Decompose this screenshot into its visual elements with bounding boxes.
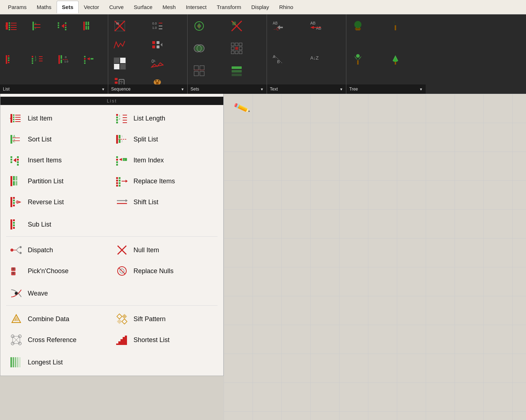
shift-list-menu-item[interactable]: Shift List bbox=[112, 192, 218, 213]
svg-rect-248 bbox=[19, 357, 21, 367]
svg-rect-178 bbox=[16, 176, 17, 180]
svg-rect-99 bbox=[235, 51, 238, 54]
partition-list-btn[interactable] bbox=[80, 17, 98, 35]
menu-display[interactable]: Display bbox=[246, 1, 274, 13]
menu-curve[interactable]: Curve bbox=[104, 1, 129, 13]
insert-items-btn[interactable] bbox=[55, 17, 72, 35]
svg-rect-53 bbox=[91, 58, 93, 60]
tree-stump-btn[interactable] bbox=[349, 17, 367, 35]
combine-data-label: Combine Data bbox=[28, 315, 69, 323]
cross-reference-menu-item[interactable]: Cross Reference bbox=[6, 329, 112, 350]
list-length-menu-item[interactable]: 12 List Length bbox=[112, 108, 218, 129]
menu-transform[interactable]: Transform bbox=[212, 1, 246, 13]
menu-vector[interactable]: Vector bbox=[79, 1, 104, 13]
pick-choose-menu-item[interactable]: Pick'n'Choose bbox=[6, 261, 112, 281]
svg-rect-43 bbox=[61, 55, 62, 59]
svg-rect-121 bbox=[355, 28, 361, 30]
sort-list-btn[interactable]: AZ bbox=[29, 17, 46, 35]
text-concat-btn[interactable]: AB→C bbox=[270, 17, 287, 35]
sub-list-menu-item[interactable]: Sub List bbox=[6, 214, 112, 235]
svg-text:2: 2 bbox=[121, 140, 123, 143]
svg-point-217 bbox=[12, 272, 14, 274]
svg-rect-57 bbox=[116, 22, 119, 25]
svg-rect-48 bbox=[84, 56, 86, 57]
text-tag-btn[interactable]: AB bbox=[270, 51, 287, 68]
partition-list-menu-item[interactable]: Partition List bbox=[6, 171, 112, 192]
insert-items-menu-item[interactable]: Insert Items bbox=[6, 150, 112, 171]
seq-check-btn[interactable] bbox=[111, 55, 128, 72]
svg-rect-108 bbox=[232, 74, 242, 76]
menu-sets[interactable]: Sets bbox=[57, 1, 79, 13]
list-length-btn[interactable]: 12 bbox=[29, 51, 46, 68]
svg-rect-241 bbox=[120, 339, 123, 345]
text-sort-btn[interactable]: ABAB bbox=[307, 17, 325, 35]
menu-intersect[interactable]: Intersect bbox=[181, 1, 212, 13]
tree-sapling1-btn[interactable] bbox=[349, 51, 367, 68]
menu-params[interactable]: Params bbox=[3, 1, 32, 13]
svg-rect-103 bbox=[194, 71, 198, 76]
svg-rect-89 bbox=[232, 22, 236, 25]
split-list-btn[interactable]: 01.0 bbox=[55, 51, 72, 68]
svg-rect-141 bbox=[116, 119, 118, 121]
sequence-section-label[interactable]: Sequence ▼ bbox=[108, 84, 187, 94]
seq-cross-btn[interactable] bbox=[111, 17, 128, 35]
sets-section-label[interactable]: Sets ▼ bbox=[188, 84, 267, 94]
longest-list-menu-item[interactable]: Longest List bbox=[6, 352, 112, 373]
list-item-menu-item[interactable]: List Item bbox=[6, 108, 112, 129]
tree-label: Tree bbox=[349, 87, 358, 92]
longest-list-label: Longest List bbox=[28, 359, 63, 366]
menu-mesh[interactable]: Mesh bbox=[157, 1, 181, 13]
sets-member-btn[interactable]: ∈ bbox=[190, 17, 208, 35]
list-item-btn[interactable] bbox=[3, 17, 20, 35]
svg-rect-72 bbox=[120, 64, 126, 69]
dispatch-menu-item[interactable]: Dispatch bbox=[6, 240, 112, 261]
seq-range-btn[interactable]: 0.01.0 bbox=[149, 17, 166, 35]
sift-pattern-menu-item[interactable]: Sift Pattern bbox=[112, 309, 218, 329]
weave-menu-item[interactable]: Weave bbox=[6, 283, 112, 304]
seq-num-btn[interactable]: 0¹ bbox=[149, 55, 166, 72]
svg-rect-31 bbox=[8, 60, 9, 61]
divider-1 bbox=[6, 236, 218, 237]
menu-maths[interactable]: Maths bbox=[32, 1, 57, 13]
sets-grid2-btn[interactable] bbox=[190, 62, 208, 79]
reverse-list-menu-item[interactable]: Reverse List bbox=[6, 192, 112, 213]
replace-items-menu-item[interactable]: Replace Items bbox=[112, 171, 218, 192]
svg-rect-175 bbox=[10, 176, 12, 186]
sets-cross-btn[interactable] bbox=[228, 17, 245, 35]
text-label: Text bbox=[270, 87, 278, 92]
sets-list-btn[interactable] bbox=[228, 62, 245, 79]
svg-text:2: 2 bbox=[35, 58, 36, 62]
combine-data-menu-item[interactable]: ! Combine Data bbox=[6, 309, 112, 329]
tree-section-label[interactable]: Tree ▼ bbox=[346, 84, 426, 94]
sort-list-menu-item[interactable]: AZ Sort List bbox=[6, 129, 112, 150]
list-section-label[interactable]: List ▼ bbox=[0, 84, 108, 94]
seq-cat-btn[interactable] bbox=[149, 36, 166, 53]
sets-union-btn[interactable] bbox=[190, 40, 208, 57]
item-index-btn[interactable] bbox=[80, 51, 98, 68]
null-item-menu-item[interactable]: Null Item bbox=[112, 240, 218, 261]
divider-2 bbox=[6, 305, 218, 306]
reverse-list-btn[interactable] bbox=[3, 51, 20, 68]
svg-rect-142 bbox=[116, 122, 118, 123]
seq-wave-btn[interactable] bbox=[111, 36, 128, 53]
item-index-menu-item[interactable]: i Item Index bbox=[112, 150, 218, 171]
canvas-area[interactable]: ✏️ bbox=[224, 94, 526, 420]
svg-rect-168 bbox=[116, 156, 118, 158]
shortest-list-menu-item[interactable]: Shortest List bbox=[112, 329, 218, 350]
svg-rect-184 bbox=[119, 177, 120, 179]
svg-rect-139 bbox=[116, 114, 118, 116]
menu-rhino[interactable]: Rhino bbox=[274, 1, 298, 13]
tree-palm-btn[interactable] bbox=[387, 17, 404, 35]
sets-grid-btn[interactable] bbox=[228, 40, 245, 57]
text-section-label[interactable]: Text ▼ bbox=[267, 84, 346, 94]
replace-nulls-menu-item[interactable]: Replace Nulls bbox=[112, 261, 218, 281]
insert-items-label: Insert Items bbox=[28, 157, 62, 164]
toolbar-section-sequence: 0.01.0 0¹ ? Sequence ▼ bbox=[108, 14, 188, 94]
tree-icons bbox=[346, 14, 426, 94]
sift-pattern-label: Sift Pattern bbox=[133, 315, 166, 323]
split-list-menu-item[interactable]: 12 Split List bbox=[112, 129, 218, 150]
menu-surface[interactable]: Surface bbox=[129, 1, 158, 13]
svg-rect-177 bbox=[13, 181, 15, 185]
tree-sapling2-btn[interactable] bbox=[387, 51, 404, 68]
text-format-btn[interactable]: A↓Z bbox=[307, 51, 325, 68]
